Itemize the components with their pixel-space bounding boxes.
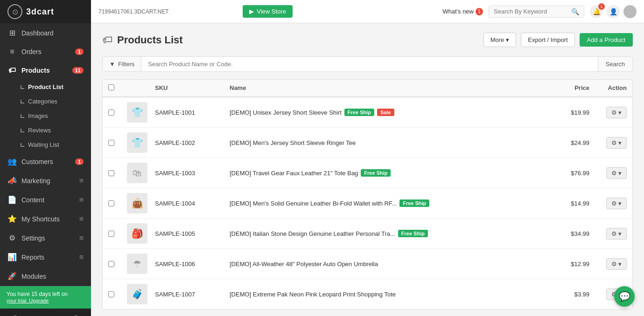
- whats-new[interactable]: What's new 1: [442, 8, 483, 15]
- action-gear-button[interactable]: ⚙ ▾: [606, 198, 627, 209]
- row-checkbox[interactable]: [108, 140, 127, 146]
- sidebar-item-products[interactable]: 🏷 Products 11: [0, 61, 91, 80]
- action-cell: ⚙ ▾: [589, 198, 627, 209]
- row-select-checkbox[interactable]: [108, 291, 114, 297]
- row-checkbox[interactable]: [108, 261, 127, 267]
- user-icon[interactable]: 👤: [607, 5, 620, 18]
- gear-icon: ⚙: [611, 261, 617, 268]
- row-checkbox[interactable]: [108, 170, 127, 176]
- row-checkbox[interactable]: [108, 200, 127, 206]
- sidebar-item-reports[interactable]: 📊 Reports ⊞: [0, 247, 91, 267]
- price-cell: $14.99: [543, 200, 589, 207]
- sidebar-subitem-product-list[interactable]: Product List: [0, 80, 91, 94]
- more-button[interactable]: More ▾: [483, 33, 517, 47]
- sidebar-item-settings[interactable]: ⚙ Settings ⊞: [0, 228, 91, 247]
- sidebar-subitem-waiting-list[interactable]: Waiting List: [0, 137, 91, 152]
- badge-freeship: Free Ship: [399, 199, 429, 207]
- sku-cell: SAMPLE-1002: [155, 139, 230, 146]
- favorites-icon[interactable]: ★: [30, 309, 61, 316]
- nav-icon-dashboard: ⊞: [7, 28, 17, 37]
- row-select-checkbox[interactable]: [108, 231, 114, 237]
- sidebar-subitem-images[interactable]: Images: [0, 109, 91, 123]
- nav-label-reports: Reports: [21, 254, 77, 261]
- nav-icon-reports: 📊: [7, 253, 17, 261]
- action-gear-button[interactable]: ⚙ ▾: [606, 107, 627, 118]
- action-gear-button[interactable]: ⚙ ▾: [606, 167, 627, 179]
- sku-cell: SAMPLE-1001: [155, 109, 230, 116]
- product-thumbnail: 👜: [127, 193, 147, 213]
- row-select-checkbox[interactable]: [108, 261, 114, 267]
- filter-bar: ▼ Filters Search: [102, 56, 633, 72]
- product-name: [DEMO] Italian Stone Design Genuine Leat…: [230, 230, 395, 237]
- product-thumbnail: 🎒: [127, 223, 147, 244]
- name-cell: [DEMO] Unisex Jersey Short Sleeve Shirt …: [230, 109, 543, 116]
- action-gear-button[interactable]: ⚙ ▾: [606, 258, 627, 270]
- price-cell: $3.99: [543, 291, 589, 298]
- page-header: 🏷 Products List More ▾ Export / Import A…: [102, 33, 633, 47]
- product-search-button[interactable]: Search: [598, 57, 632, 71]
- header-actions: More ▾ Export / Import Add a Product: [483, 33, 633, 47]
- sidebar-item-my-shortcuts[interactable]: ⭐ My Shortcuts ⊞: [0, 209, 91, 228]
- sidebar-subitem-categories[interactable]: Categories: [0, 94, 91, 109]
- promo-link[interactable]: your trial. Upgrade: [7, 298, 49, 303]
- header-checkbox: [108, 84, 127, 92]
- action-gear-button[interactable]: ⚙ ▾: [606, 137, 627, 149]
- topbar-search-input[interactable]: [494, 8, 568, 15]
- search-icon: 🔍: [571, 8, 579, 15]
- sidebar-item-customers[interactable]: 👥 Customers 1: [0, 152, 91, 171]
- sidebar-footer-icons: ? ★ $: [0, 309, 91, 316]
- header-name: Name: [230, 84, 543, 92]
- dropdown-arrow: ▾: [618, 200, 622, 207]
- topbar: 71994617061.3DCART.NET ▶ View Store What…: [91, 0, 644, 23]
- row-select-checkbox[interactable]: [108, 110, 114, 116]
- table-header: SKU Name Price Action: [103, 80, 632, 97]
- sidebar-item-content[interactable]: 📄 Content ⊞: [0, 190, 91, 209]
- nav-container: ⊞ Dashboard ≡ Orders 1 🏷 Products 11 Pro…: [0, 23, 91, 286]
- sidebar-item-orders[interactable]: ≡ Orders 1: [0, 42, 91, 61]
- sidebar-item-dashboard[interactable]: ⊞ Dashboard: [0, 23, 91, 42]
- sidebar-item-modules[interactable]: 🚀 Modules: [0, 267, 91, 286]
- product-name: [DEMO] All-Weather 48" Polyester Auto Op…: [230, 261, 378, 268]
- row-select-checkbox[interactable]: [108, 170, 114, 176]
- badge-sale: Sale: [377, 109, 394, 116]
- notification-icon[interactable]: 🔔 1: [590, 5, 603, 18]
- header-sku: SKU: [155, 84, 230, 92]
- export-import-button[interactable]: Export / Import: [521, 33, 574, 47]
- row-checkbox[interactable]: [108, 231, 127, 237]
- sidebar-subitem-reviews[interactable]: Reviews: [0, 123, 91, 137]
- expand-icon-content: ⊞: [79, 197, 84, 203]
- action-cell: ⚙ ▾: [589, 167, 627, 179]
- action-gear-button[interactable]: ⚙ ▾: [606, 228, 627, 240]
- help-icon[interactable]: ?: [0, 309, 30, 316]
- nav-icon-products: 🏷: [7, 66, 17, 75]
- price-cell: $24.99: [543, 139, 589, 146]
- nav-icon-orders: ≡: [7, 48, 17, 56]
- table-body: 👕 SAMPLE-1001 [DEMO] Unisex Jersey Short…: [103, 97, 632, 309]
- row-select-checkbox[interactable]: [108, 140, 114, 146]
- dropdown-arrow: ▾: [618, 170, 622, 177]
- billing-icon[interactable]: $: [61, 309, 91, 316]
- sidebar-logo[interactable]: ⊙ 3dcart: [0, 0, 91, 23]
- row-select-checkbox[interactable]: [108, 200, 114, 206]
- view-store-button[interactable]: ▶ View Store: [243, 5, 293, 18]
- nav-label-content: Content: [21, 196, 77, 204]
- sidebar: ⊙ 3dcart ⊞ Dashboard ≡ Orders 1 🏷 Produc…: [0, 0, 91, 316]
- select-all-checkbox[interactable]: [108, 84, 114, 90]
- nav-icon-settings: ⚙: [7, 234, 17, 242]
- avatar[interactable]: [623, 5, 637, 18]
- chat-bubble[interactable]: 💬: [614, 286, 635, 307]
- sku-cell: SAMPLE-1006: [155, 261, 230, 268]
- row-checkbox[interactable]: [108, 110, 127, 116]
- sidebar-promo[interactable]: You have 15 days left on your trial. Upg…: [0, 286, 91, 309]
- table-row: 👜 SAMPLE-1004 [DEMO] Men's Solid Genuine…: [103, 188, 632, 219]
- filters-button[interactable]: ▼ Filters: [103, 57, 141, 71]
- topbar-search[interactable]: 🔍: [489, 6, 584, 18]
- row-checkbox[interactable]: [108, 291, 127, 297]
- gear-icon: ⚙: [611, 170, 617, 177]
- nav-icon-modules: 🚀: [7, 272, 17, 281]
- product-search-input[interactable]: [141, 57, 598, 71]
- topbar-icons: 🔔 1 👤: [590, 5, 637, 18]
- add-product-button[interactable]: Add a Product: [580, 33, 633, 47]
- sidebar-item-marketing[interactable]: 📣 Marketing ⊞: [0, 171, 91, 190]
- table-row: 🎒 SAMPLE-1005 [DEMO] Italian Stone Desig…: [103, 219, 632, 249]
